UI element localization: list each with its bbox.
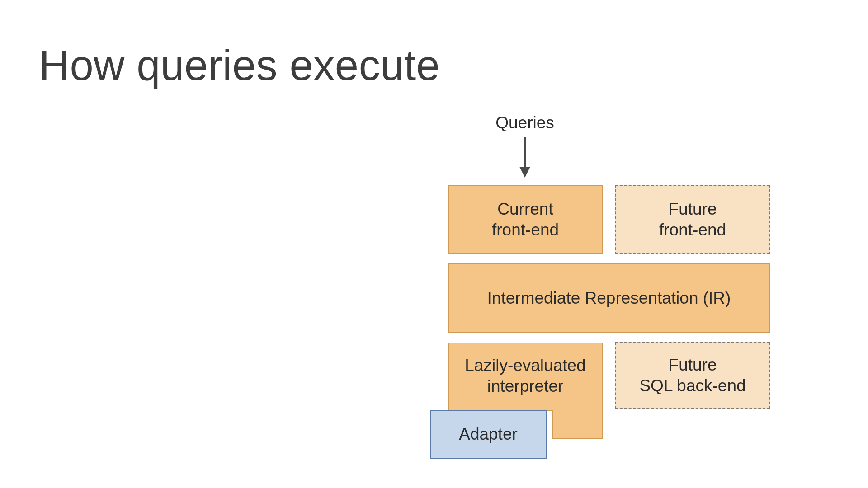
box-future-frontend: Future front-end <box>615 185 770 254</box>
box-future-sql-label: Future SQL back-end <box>639 355 745 397</box>
arrow-down-icon <box>516 137 534 178</box>
box-future-sql: Future SQL back-end <box>615 342 770 409</box>
box-ir-label: Intermediate Representation (IR) <box>487 288 731 309</box>
box-adapter-label: Adapter <box>459 424 518 445</box>
queries-label: Queries <box>480 113 570 132</box>
box-future-frontend-label: Future front-end <box>659 199 726 241</box>
svg-marker-1 <box>519 167 530 178</box>
box-ir: Intermediate Representation (IR) <box>448 263 770 333</box>
box-current-frontend: Current front-end <box>448 185 603 254</box>
slide: How queries execute Queries Current fron… <box>0 0 868 488</box>
box-current-frontend-label: Current front-end <box>492 199 559 241</box>
slide-title: How queries execute <box>39 41 440 90</box>
box-adapter: Adapter <box>430 410 547 459</box>
